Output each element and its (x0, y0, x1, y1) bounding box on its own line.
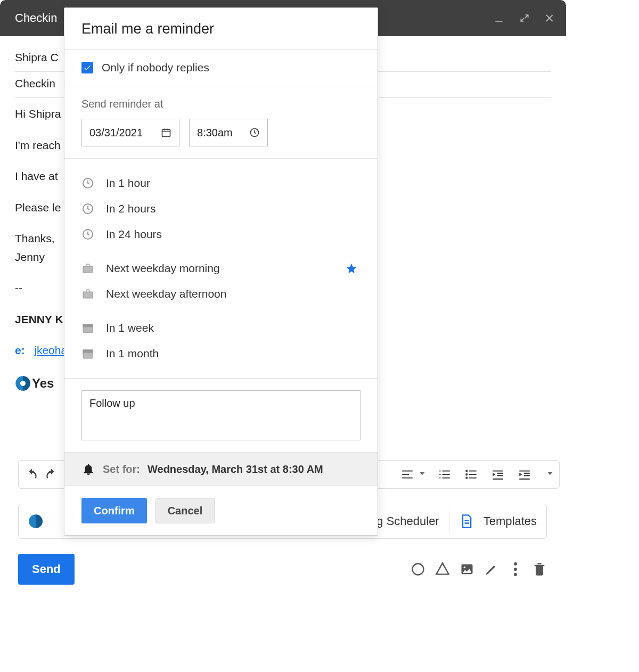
quick-option-label: In 24 hours (106, 228, 162, 241)
meeting-scheduler-button[interactable]: g Scheduler (376, 514, 439, 528)
time-value: 8:30am (197, 127, 233, 139)
clock-icon (81, 228, 94, 241)
emoji-icon[interactable] (411, 562, 425, 577)
briefcase-icon (81, 288, 94, 300)
clock-icon (81, 202, 94, 215)
redo-icon[interactable] (44, 468, 58, 481)
cancel-button[interactable]: Cancel (155, 498, 215, 523)
svg-rect-10 (162, 129, 170, 136)
modal-title: Email me a reminder (64, 8, 378, 50)
bell-icon (81, 462, 95, 476)
calendar-icon (81, 347, 94, 360)
align-icon[interactable] (400, 468, 414, 481)
yesware-logo-icon (15, 375, 31, 391)
calendar-icon (161, 127, 171, 138)
svg-point-5 (465, 477, 468, 479)
calendar-icon (81, 322, 94, 334)
expand-icon[interactable] (519, 13, 530, 23)
svg-point-4 (465, 473, 468, 476)
signature-brand-text: Yes (32, 373, 54, 393)
send-button[interactable]: Send (18, 554, 75, 585)
indent-increase-icon[interactable] (518, 468, 531, 481)
quick-option-1-hour[interactable]: In 1 hour (81, 170, 361, 196)
clock-icon (249, 127, 260, 138)
reminder-modal: Email me a reminder Only if nobody repli… (64, 7, 378, 536)
close-icon[interactable] (545, 13, 555, 23)
set-for-label: Set for: (103, 463, 140, 476)
quick-option-label: In 1 hour (106, 177, 150, 190)
quick-option-24-hours[interactable]: In 24 hours (81, 222, 361, 247)
image-icon[interactable] (460, 562, 474, 577)
svg-rect-16 (83, 292, 93, 298)
svg-rect-18 (83, 324, 93, 327)
bulleted-list-icon[interactable] (464, 468, 478, 481)
drive-icon[interactable] (435, 562, 450, 577)
svg-rect-15 (83, 266, 93, 273)
checkbox-checked-icon (81, 62, 93, 73)
set-for-value: Wednesday, March 31st at 8:30 AM (148, 463, 323, 476)
svg-point-7 (413, 564, 424, 575)
undo-icon[interactable] (25, 468, 39, 481)
send-reminder-at-label: Send reminder at (81, 98, 361, 110)
more-options-icon[interactable] (514, 568, 517, 571)
svg-rect-20 (83, 350, 93, 353)
svg-point-2 (20, 381, 26, 386)
reminder-time-input[interactable]: 8:30am (189, 119, 268, 146)
quick-option-label: In 1 week (106, 322, 154, 334)
indent-decrease-icon[interactable] (491, 468, 505, 481)
templates-button[interactable]: Templates (484, 514, 537, 528)
confirm-button[interactable]: Confirm (81, 498, 147, 523)
signature-email-label: e: (15, 344, 25, 356)
chevron-down-icon[interactable] (420, 472, 425, 477)
only-if-nobody-replies-checkbox[interactable]: Only if nobody replies (81, 61, 361, 74)
quick-option-1-week[interactable]: In 1 week (81, 315, 361, 341)
quick-option-next-weekday-morning[interactable]: Next weekday morning (81, 256, 361, 281)
quick-option-label: In 1 month (106, 347, 159, 360)
svg-point-3 (465, 470, 468, 472)
svg-rect-0 (495, 21, 502, 22)
numbered-list-icon[interactable] (438, 468, 452, 481)
templates-icon (459, 514, 474, 529)
quick-option-1-month[interactable]: In 1 month (81, 341, 361, 366)
trash-icon[interactable] (532, 562, 547, 577)
window-title: Checkin (15, 11, 57, 25)
svg-point-9 (464, 567, 466, 569)
checkbox-label: Only if nobody replies (102, 61, 209, 74)
reminder-note-input[interactable]: Follow up (81, 390, 361, 440)
yesware-icon[interactable] (28, 514, 43, 529)
signature-email-link[interactable]: jkeoha (34, 344, 67, 356)
quick-option-label: Next weekday morning (106, 262, 220, 275)
clock-icon (81, 177, 94, 190)
minimize-icon[interactable] (494, 13, 504, 23)
quick-option-next-weekday-afternoon[interactable]: Next weekday afternoon (81, 281, 361, 307)
send-bar: Send (18, 551, 547, 588)
pen-icon[interactable] (484, 562, 499, 577)
quick-option-2-hours[interactable]: In 2 hours (81, 196, 361, 222)
reminder-date-input[interactable]: 03/31/2021 (81, 119, 179, 146)
chevron-down-icon[interactable] (547, 472, 553, 477)
date-value: 03/31/2021 (89, 127, 143, 139)
set-for-bar: Set for: Wednesday, March 31st at 8:30 A… (64, 452, 378, 486)
quick-option-label: Next weekday afternoon (106, 288, 226, 300)
briefcase-icon (81, 262, 94, 275)
star-icon (346, 263, 357, 274)
quick-option-label: In 2 hours (106, 202, 155, 215)
